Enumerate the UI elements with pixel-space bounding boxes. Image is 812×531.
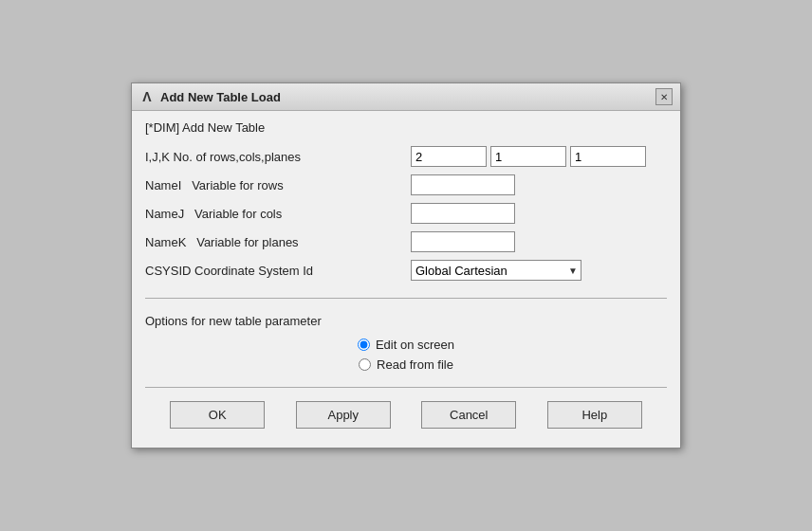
ijk-row: I,J,K No. of rows,cols,planes	[145, 146, 667, 167]
apply-button[interactable]: Apply	[296, 401, 391, 429]
namej-input[interactable]	[411, 203, 515, 224]
radio-read-from-file-label: Read from file	[377, 357, 453, 372]
form-section: I,J,K No. of rows,cols,planes NameI Vari…	[145, 146, 667, 299]
namej-label: NameJ Variable for cols	[145, 207, 411, 221]
namek-sub: Variable for planes	[196, 235, 298, 249]
radio-group: Edit on screen Read from file	[145, 338, 667, 372]
radio-edit-on-screen[interactable]: Edit on screen	[358, 338, 454, 352]
radio-edit-on-screen-label: Edit on screen	[376, 338, 454, 352]
cancel-button[interactable]: Cancel	[421, 401, 516, 429]
app-icon: Λ	[139, 89, 155, 104]
radio-read-from-file-input[interactable]	[359, 358, 371, 371]
csysid-label: CSYSID Coordinate System Id	[145, 264, 411, 278]
namek-row: NameK Variable for planes	[145, 231, 667, 252]
ijk-i-input[interactable]	[411, 146, 487, 167]
csysid-select-wrapper: Global Cartesian ▼	[411, 260, 581, 281]
title-bar-left: Λ Add New Table Load	[139, 89, 281, 104]
ijk-k-input[interactable]	[570, 146, 646, 167]
namej-sub: Variable for cols	[194, 207, 282, 221]
ijk-inputs	[411, 146, 646, 167]
namei-label: NameI Variable for rows	[145, 178, 411, 192]
radio-edit-on-screen-input[interactable]	[358, 339, 370, 351]
namek-key: NameK	[145, 235, 196, 249]
options-title: Options for new table parameter	[145, 314, 667, 328]
namej-key: NameJ	[145, 207, 194, 221]
namei-key: NameI	[145, 178, 192, 192]
csysid-select[interactable]: Global Cartesian	[411, 260, 581, 281]
namej-row: NameJ Variable for cols	[145, 203, 667, 224]
help-button[interactable]: Help	[547, 401, 642, 429]
namei-input[interactable]	[411, 174, 515, 195]
namek-input[interactable]	[411, 231, 515, 252]
dialog-title: Add New Table Load	[160, 90, 281, 104]
dialog-body: [*DIM] Add New Table I,J,K No. of rows,c…	[132, 111, 680, 448]
ijk-j-input[interactable]	[490, 146, 566, 167]
add-new-table-dialog: Λ Add New Table Load ✕ [*DIM] Add New Ta…	[131, 82, 681, 449]
dialog-subtitle: [*DIM] Add New Table	[145, 120, 667, 135]
ijk-label: I,J,K No. of rows,cols,planes	[145, 150, 411, 164]
namei-row: NameI Variable for rows	[145, 174, 667, 195]
radio-read-from-file[interactable]: Read from file	[359, 357, 453, 372]
options-section: Options for new table parameter Edit on …	[145, 308, 667, 377]
namek-label: NameK Variable for planes	[145, 235, 411, 249]
button-row: OK Apply Cancel Help	[145, 387, 667, 438]
close-button[interactable]: ✕	[655, 88, 673, 105]
csysid-row: CSYSID Coordinate System Id Global Carte…	[145, 260, 667, 281]
ok-button[interactable]: OK	[170, 401, 265, 429]
namei-sub: Variable for rows	[192, 178, 284, 192]
title-bar: Λ Add New Table Load ✕	[132, 83, 680, 111]
